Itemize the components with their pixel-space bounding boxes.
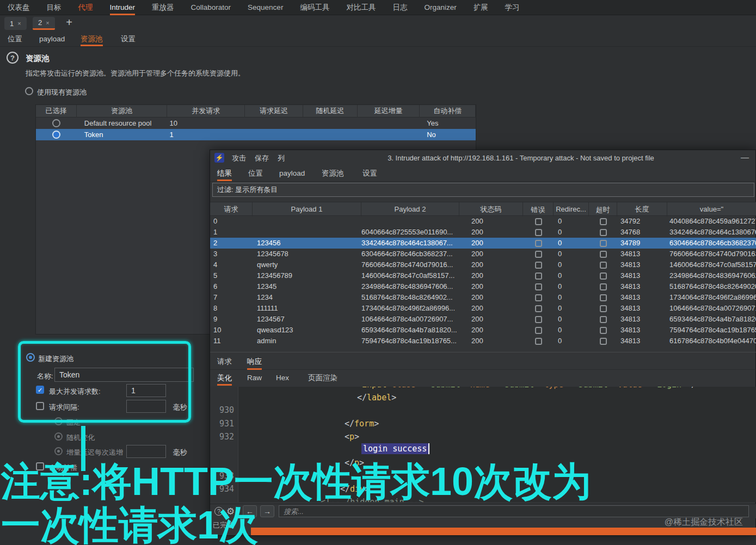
pool-row-radio[interactable] <box>52 119 60 127</box>
checkbox[interactable] <box>535 316 542 323</box>
table-row[interactable]: 6123452349864c878c4836947606...200034813… <box>210 281 756 292</box>
checkbox[interactable] <box>535 283 542 290</box>
table-row[interactable]: 16040664c8725553e011690...20003476833424… <box>210 227 756 238</box>
menu-organizer[interactable]: Organizer <box>424 0 456 15</box>
checkbox[interactable] <box>600 229 607 236</box>
checkbox[interactable] <box>600 305 607 312</box>
checkbox[interactable] <box>600 327 607 334</box>
checkbox[interactable] <box>535 229 542 236</box>
menu-logger[interactable]: 日志 <box>392 0 407 15</box>
attack-tab-1[interactable]: 1 × <box>4 17 27 30</box>
tab-payloads[interactable]: payload <box>39 32 65 46</box>
table-row[interactable]: 81111111734064c878c496f2a86996...2000348… <box>210 303 756 314</box>
checkbox[interactable] <box>600 218 607 225</box>
random-radio[interactable] <box>54 432 63 441</box>
checkbox[interactable] <box>600 262 607 269</box>
col-auto-compensate[interactable]: 自动补偿 <box>420 105 476 117</box>
checkbox[interactable] <box>600 240 607 247</box>
table-row[interactable]: 11admin7594764c878c4ac19b18765...2000348… <box>210 336 756 346</box>
col-request-delay[interactable]: 请求延迟 <box>245 105 303 117</box>
menu-decoder[interactable]: 编码工具 <box>300 0 329 15</box>
search-input[interactable] <box>279 505 749 517</box>
help-icon[interactable]: ? <box>7 52 19 64</box>
checkbox[interactable] <box>600 294 607 301</box>
pool-row-radio[interactable] <box>52 131 60 139</box>
checkbox[interactable] <box>600 316 607 323</box>
save-menu[interactable]: 保存 <box>255 150 269 166</box>
table-row[interactable]: 712345168764c878c48c8264902...2000348131… <box>210 292 756 303</box>
table-row[interactable]: 51234567891460064c878c47c0af58157...2000… <box>210 270 756 281</box>
checkbox[interactable] <box>535 294 542 301</box>
next-button[interactable]: → <box>260 505 274 517</box>
checkbox[interactable] <box>535 251 542 258</box>
table-row[interactable]: 4qwerty7660664c878c4740d79016...20003481… <box>210 259 756 270</box>
checkbox[interactable] <box>600 272 607 280</box>
menu-sequencer[interactable]: Sequencer <box>248 0 283 15</box>
tab-payloads[interactable]: payload <box>279 166 305 181</box>
tab-settings[interactable]: 设置 <box>362 166 377 181</box>
col-timeout[interactable]: 超时 <box>589 202 617 216</box>
attack-tab-2[interactable]: 2 × <box>33 17 55 30</box>
menu-dashboard[interactable]: 仪表盘 <box>8 0 30 15</box>
checkbox[interactable] <box>535 240 542 247</box>
tab-hex[interactable]: Hex <box>276 370 289 386</box>
close-icon[interactable]: × <box>17 20 21 27</box>
checkbox[interactable] <box>535 338 542 345</box>
close-icon[interactable]: × <box>46 20 49 26</box>
menu-collaborator[interactable]: Collaborator <box>191 0 231 15</box>
tab-settings[interactable]: 设置 <box>121 32 136 46</box>
attack-window-titlebar[interactable]: ⚡ 攻击 保存 列 3. Intruder attack of http://1… <box>210 150 755 166</box>
checkbox[interactable] <box>535 262 542 269</box>
increment-radio[interactable] <box>54 447 63 455</box>
table-row[interactable]: 3123456786304664c878c46cb368237...200034… <box>210 249 756 259</box>
col-length[interactable]: 长度 <box>617 202 667 216</box>
tab-results[interactable]: 结果 <box>217 166 232 181</box>
table-row[interactable]: Default resource pool 10 Yes <box>36 117 476 129</box>
menu-comparer[interactable]: 对比工具 <box>346 0 376 15</box>
menu-target[interactable]: 目标 <box>47 0 62 15</box>
col-status[interactable]: 状态码 <box>459 202 523 216</box>
table-row[interactable]: 10qweasd1236593464c878c4a4b7a81820...200… <box>210 325 756 336</box>
menu-intruder[interactable]: Intruder <box>110 0 136 15</box>
table-row[interactable]: 21234563342464c878c464c138067...20003478… <box>210 238 756 249</box>
tab-response[interactable]: 响应 <box>247 354 262 370</box>
minimize-icon[interactable]: — <box>741 150 749 166</box>
checkbox[interactable] <box>535 305 542 312</box>
tab-request[interactable]: 请求 <box>217 354 232 370</box>
columns-menu[interactable]: 列 <box>278 150 285 166</box>
table-row[interactable]: Token 1 No <box>36 129 476 140</box>
table-row[interactable]: 912345671064664c878c4a00726907...2000348… <box>210 314 756 325</box>
checkbox[interactable] <box>600 338 607 345</box>
tab-resource-pool[interactable]: 资源池 <box>81 32 103 46</box>
col-redirect[interactable]: Redirec... <box>554 202 589 216</box>
col-concurrent[interactable]: 并发请求 <box>167 105 245 117</box>
tab-render[interactable]: 页面渲染 <box>308 370 337 386</box>
attack-menu[interactable]: 攻击 <box>232 150 246 166</box>
checkbox[interactable] <box>535 272 542 280</box>
checkbox[interactable] <box>600 283 607 290</box>
tab-raw[interactable]: Raw <box>247 370 262 386</box>
col-payload1[interactable]: Payload 1 <box>253 202 361 216</box>
col-selected[interactable]: 已选择 <box>36 105 77 117</box>
col-random-delay[interactable]: 随机延迟 <box>303 105 358 117</box>
checkbox[interactable] <box>600 251 607 258</box>
menu-extensions[interactable]: 扩展 <box>474 0 488 15</box>
add-attack-tab-button[interactable]: + <box>63 16 75 29</box>
filter-bar[interactable]: 过滤: 显示所有条目 <box>212 183 754 197</box>
table-row[interactable]: 02000347924040864c878c459a9612727 <box>210 216 756 227</box>
col-pool[interactable]: 资源池 <box>77 105 168 117</box>
col-request[interactable]: 请求 <box>210 202 253 216</box>
col-payload2[interactable]: Payload 2 <box>361 202 459 216</box>
tab-pretty[interactable]: 美化 <box>217 370 232 386</box>
checkbox[interactable] <box>535 218 542 225</box>
increment-input[interactable] <box>126 445 166 458</box>
col-delay-increment[interactable]: 延迟增量 <box>358 105 420 117</box>
use-existing-pool-radio[interactable] <box>25 87 33 95</box>
checkbox[interactable] <box>535 327 542 334</box>
menu-repeater[interactable]: 重放器 <box>152 0 174 15</box>
menu-proxy[interactable]: 代理 <box>78 0 93 15</box>
col-error[interactable]: 错误 <box>523 202 554 216</box>
col-value[interactable]: value=" <box>667 202 756 216</box>
tab-positions[interactable]: 位置 <box>248 166 263 181</box>
menu-learn[interactable]: 学习 <box>505 0 520 15</box>
